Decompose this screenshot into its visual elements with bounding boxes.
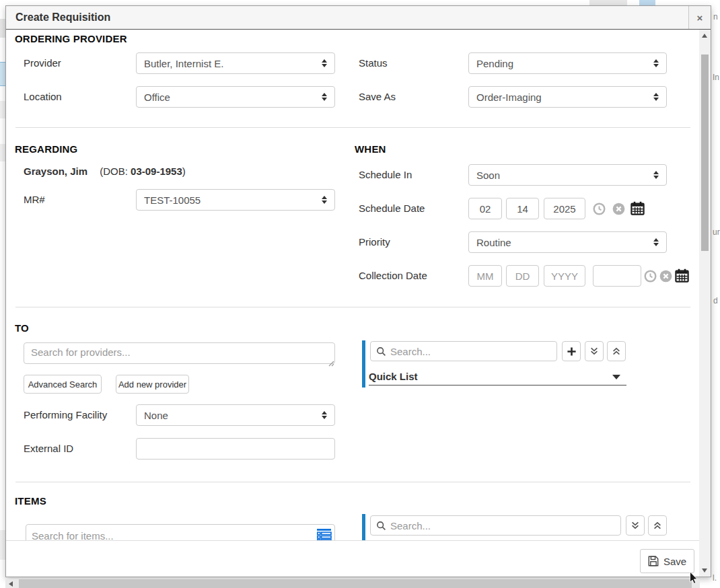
items-panel-searchbox[interactable] (370, 515, 621, 536)
advanced-search-button[interactable]: Advanced Search (24, 375, 102, 394)
performing-facility-label: Performing Facility (24, 409, 107, 420)
priority-select[interactable]: Routine (468, 231, 667, 253)
status-select[interactable]: Pending (468, 52, 667, 74)
quick-list-group[interactable]: Quick List (369, 371, 418, 382)
items-panel-search-input[interactable] (390, 520, 615, 531)
collection-date-calendar-icon[interactable] (675, 268, 689, 285)
double-chevron-down-icon (631, 521, 640, 530)
save-button[interactable]: Save (640, 549, 694, 573)
background-toolbar-remnant (589, 0, 627, 5)
patient-line: Grayson, Jim (DOB: 03-09-1953) (24, 166, 186, 177)
external-id-label: External ID (24, 443, 73, 454)
collection-date-day-input[interactable] (506, 265, 539, 287)
item-list-icon[interactable] (316, 528, 332, 541)
status-label: Status (359, 57, 388, 69)
vertical-scrollbar[interactable] (699, 30, 711, 577)
to-panel-search-input[interactable] (390, 346, 551, 357)
select-caret-icon (322, 93, 327, 101)
close-icon: × (697, 12, 703, 24)
quick-list-underline (369, 385, 626, 385)
when-heading: WHEN (355, 143, 386, 155)
collection-date-year-input[interactable] (544, 265, 585, 287)
schedule-date-calendar-icon[interactable] (631, 201, 645, 218)
background-left-remnant-3 (0, 101, 5, 118)
double-chevron-down-icon (589, 346, 599, 356)
schedule-in-select[interactable]: Soon (468, 164, 667, 186)
select-caret-icon (653, 238, 659, 246)
patient-name: Grayson, Jim (24, 166, 87, 177)
collection-date-clear-icon[interactable] (659, 270, 672, 285)
background-text-fragment: In (713, 73, 719, 82)
add-new-provider-button[interactable]: Add new provider (116, 375, 189, 394)
double-chevron-up-icon (653, 521, 662, 530)
status-select-value: Pending (476, 58, 513, 69)
select-caret-icon (653, 59, 659, 67)
priority-select-value: Routine (476, 237, 511, 248)
items-expand-all-button[interactable] (626, 515, 645, 536)
provider-search-input[interactable] (24, 342, 335, 364)
location-select[interactable]: Office (136, 86, 335, 108)
select-caret-icon (653, 171, 659, 179)
performing-facility-select[interactable]: None (136, 404, 335, 426)
select-caret-icon (322, 196, 327, 204)
priority-label: Priority (359, 236, 390, 248)
save-as-select-value: Order-Imaging (476, 91, 542, 103)
expand-all-button[interactable] (585, 341, 604, 361)
mr-number-select[interactable]: TEST-10055 (136, 189, 335, 211)
schedule-date-year-input[interactable] (544, 198, 585, 219)
schedule-date-label: Schedule Date (359, 203, 425, 214)
background-left-remnant-4 (0, 144, 5, 161)
schedule-date-clock-icon[interactable] (593, 203, 606, 218)
scroll-down-arrow-icon[interactable] (702, 568, 707, 573)
ordering-provider-heading: ORDERING PROVIDER (15, 33, 127, 44)
collection-date-clock-icon[interactable] (644, 270, 657, 285)
to-panel-accent-bar (362, 340, 365, 388)
save-button-label: Save (663, 556, 686, 567)
schedule-date-month-input[interactable] (468, 198, 502, 219)
regarding-heading: REGARDING (15, 143, 77, 155)
patient-dob-prefix: (DOB: (100, 166, 131, 177)
double-chevron-up-icon (612, 346, 621, 356)
save-as-select[interactable]: Order-Imaging (468, 86, 667, 108)
scroll-left-arrow-icon[interactable] (9, 581, 13, 587)
schedule-date-clear-icon[interactable] (612, 203, 625, 218)
add-provider-to-list-button[interactable] (562, 341, 581, 361)
to-panel-searchbox[interactable] (370, 341, 557, 361)
external-id-input[interactable] (136, 438, 335, 460)
patient-dob-value: 03-09-1953 (131, 166, 182, 177)
select-caret-icon (322, 411, 327, 419)
advanced-search-button-label: Advanced Search (28, 379, 98, 390)
close-button[interactable]: × (688, 6, 711, 29)
background-text-fragment: l. (713, 573, 717, 583)
quick-list-caret-icon[interactable] (612, 375, 620, 379)
horizontal-scrollbar[interactable] (5, 579, 700, 588)
location-label: Location (24, 91, 62, 102)
items-panel-accent-bar (362, 514, 365, 541)
background-text-fragment: d (713, 296, 718, 305)
plus-icon (567, 346, 577, 357)
items-heading: ITEMS (15, 495, 46, 507)
to-heading: TO (15, 322, 29, 334)
scroll-up-arrow-icon[interactable] (702, 34, 707, 38)
provider-label: Provider (24, 57, 61, 69)
background-text-fragment: ur (713, 227, 720, 237)
section-divider (15, 482, 690, 482)
mouse-cursor (689, 571, 698, 587)
collection-date-month-input[interactable] (468, 265, 502, 287)
items-search-input[interactable] (26, 524, 335, 541)
page-background: n In ur d l. Create Requisition × ORDERI… (0, 0, 720, 588)
provider-select[interactable]: Butler, Internist E. (136, 52, 335, 74)
horizontal-scrollbar-thumb[interactable] (19, 579, 692, 588)
search-icon (376, 521, 386, 531)
background-badge-remnant (639, 0, 655, 5)
save-icon (648, 556, 659, 566)
mr-number-label: MR# (24, 194, 45, 205)
vertical-scrollbar-thumb[interactable] (701, 54, 709, 251)
performing-facility-select-value: None (144, 410, 168, 421)
location-select-value: Office (144, 91, 170, 103)
schedule-date-day-input[interactable] (506, 198, 539, 219)
collapse-all-button[interactable] (607, 341, 626, 361)
items-collapse-all-button[interactable] (648, 515, 667, 536)
collection-time-input[interactable] (593, 265, 641, 287)
patient-dob-suffix: ) (182, 166, 186, 177)
